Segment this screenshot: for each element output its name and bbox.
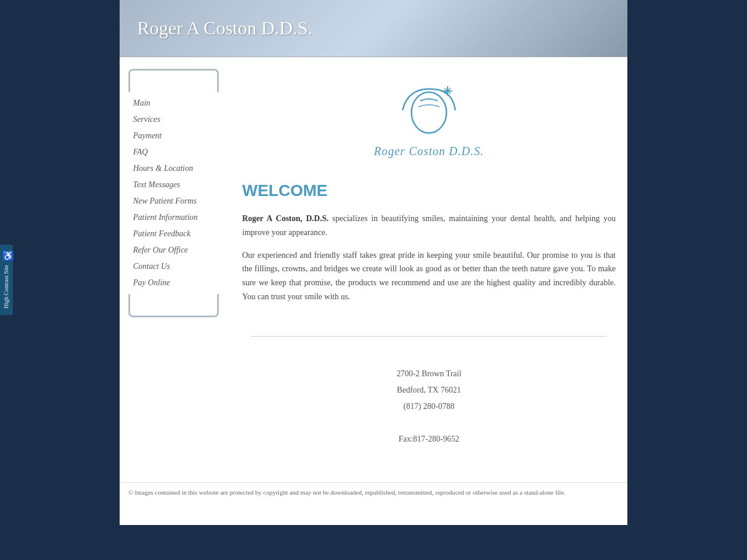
contact-fax: Fax:817-280-9652 [242, 431, 616, 447]
practice-name-bold: Roger A Coston, D.D.S. [242, 214, 329, 223]
nav-link-hours-location[interactable]: Hours & Location [128, 160, 231, 177]
site-header: Roger A Coston D.D.S. [120, 0, 627, 57]
copyright-text: © Images contained in this website are p… [128, 489, 566, 496]
contact-phone: (817) 280-0788 [242, 398, 616, 415]
nav-item-patient-information[interactable]: Patient Information [128, 209, 231, 226]
nav-item-text-messages[interactable]: Text Messages [128, 177, 231, 193]
nav-link-text-messages[interactable]: Text Messages [128, 177, 231, 193]
logo-tooth-svg [394, 80, 464, 139]
nav-link-patient-information[interactable]: Patient Information [128, 209, 231, 226]
nav-link-main[interactable]: Main [128, 95, 231, 111]
nav-item-patient-feedback[interactable]: Patient Feedback [128, 226, 231, 242]
nav-link-payment[interactable]: Payment [128, 128, 231, 144]
nav-item-services[interactable]: Services [128, 111, 231, 128]
main-content: Roger Coston D.D.S. WELCOME Roger A Cost… [231, 63, 627, 477]
accessibility-label: High Contrast Site [3, 265, 10, 308]
accessibility-bar[interactable]: ♿ High Contrast Site [0, 244, 13, 315]
site-title: Roger A Coston D.D.S. [137, 18, 610, 39]
nav-link-refer-our-office[interactable]: Refer Our Office [128, 242, 231, 258]
copyright-bar: © Images contained in this website are p… [120, 482, 627, 502]
nav-menu: Main Services Payment FAQ Hours & Locati… [128, 92, 231, 294]
nav-link-contact-us[interactable]: Contact Us [128, 258, 231, 275]
welcome-paragraph1: Roger A Coston, D.D.S. specializes in be… [242, 212, 616, 240]
sidebar-bracket-bottom [128, 294, 219, 317]
logo-name: Roger Coston D.D.S. [242, 145, 616, 158]
nav-item-hours-location[interactable]: Hours & Location [128, 160, 231, 177]
sidebar: Main Services Payment FAQ Hours & Locati… [120, 63, 231, 477]
logo-area: Roger Coston D.D.S. [242, 69, 616, 176]
content-divider [251, 336, 607, 337]
contact-footer: 2700-2 Brown Trail Bedford, TX 76021 (81… [242, 354, 616, 465]
nav-item-pay-online[interactable]: Pay Online [128, 275, 231, 291]
nav-link-patient-feedback[interactable]: Patient Feedback [128, 226, 231, 242]
nav-item-new-patient-forms[interactable]: New Patient Forms [128, 193, 231, 209]
content-area: Main Services Payment FAQ Hours & Locati… [120, 57, 627, 482]
accessibility-icon: ♿ [2, 250, 11, 261]
welcome-section: WELCOME Roger A Coston, D.D.S. specializ… [242, 176, 616, 318]
nav-link-pay-online[interactable]: Pay Online [128, 275, 231, 291]
nav-item-refer-our-office[interactable]: Refer Our Office [128, 242, 231, 258]
nav-item-faq[interactable]: FAQ [128, 144, 231, 160]
welcome-heading: WELCOME [242, 181, 616, 200]
contact-address1: 2700-2 Brown Trail [242, 366, 616, 382]
sidebar-bracket-top [128, 69, 219, 92]
nav-link-faq[interactable]: FAQ [128, 144, 231, 160]
nav-item-payment[interactable]: Payment [128, 128, 231, 144]
page-container: Roger A Coston D.D.S. Main Services Paym… [120, 0, 627, 525]
nav-item-contact-us[interactable]: Contact Us [128, 258, 231, 275]
welcome-paragraph2: Our experienced and friendly staff takes… [242, 249, 616, 304]
nav-item-main[interactable]: Main [128, 95, 231, 111]
nav-link-services[interactable]: Services [128, 111, 231, 128]
contact-address2: Bedford, TX 76021 [242, 382, 616, 398]
nav-link-new-patient-forms[interactable]: New Patient Forms [128, 193, 231, 209]
